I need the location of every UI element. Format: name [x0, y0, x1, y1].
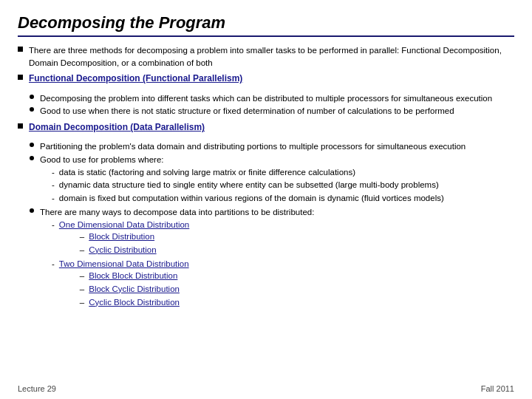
cyclic-dist: Cyclic Distribution: [89, 244, 156, 256]
functional-sub-2: Good to use when there is not static str…: [40, 105, 514, 117]
bullet-1: There are three methods for decomposing …: [18, 44, 514, 69]
dash-bc: –: [80, 283, 84, 296]
domain-sub: Partitioning the problem's data domain a…: [18, 140, 514, 310]
bullet-square-1: [18, 47, 23, 52]
dot-f2: [30, 107, 34, 112]
dash-2d: -: [52, 258, 55, 270]
one-dim-group: - One Dimensional Data Distribution – Bl…: [40, 219, 514, 310]
dash-1: -: [52, 166, 55, 179]
good-1: data is static (factoring and solving la…: [59, 166, 514, 179]
functional-sub: Decomposing the problem into different t…: [18, 92, 514, 117]
dash-bb: –: [80, 270, 84, 282]
bullet-square-2: [18, 75, 23, 80]
domain-sub-3-text: There are many ways to decompose data in…: [40, 206, 514, 219]
dash-1d: -: [52, 219, 55, 231]
one-dim-items: – Block Distribution – Cyclic Distributi…: [59, 231, 514, 256]
cyclic-block-dist: Cyclic Block Distribution: [89, 296, 180, 309]
bullet-1-text: There are three methods for decomposing …: [29, 44, 514, 69]
title-bar: Decomposing the Program: [18, 13, 514, 37]
functional-heading: Functional Decomposition (Functional Par…: [29, 72, 242, 85]
dash-2: -: [52, 179, 55, 191]
block-block-dist: Block Block Distribution: [89, 270, 177, 282]
dash-cd: –: [80, 244, 84, 256]
one-dim-label: One Dimensional Data Distribution: [59, 220, 189, 229]
good-3: domain is fixed but computation within v…: [59, 192, 514, 205]
slide: Decomposing the Program There are three …: [0, 0, 532, 399]
functional-sub-1: Decomposing the problem into different t…: [40, 92, 514, 105]
dot-d3: [30, 208, 34, 213]
footer-left: Lecture 29: [18, 384, 56, 393]
dash-3: -: [52, 192, 55, 205]
dash-cb: –: [80, 296, 84, 309]
bullet-2: Functional Decomposition (Functional Par…: [18, 72, 514, 117]
two-dim-label: Two Dimensional Data Distribution: [59, 259, 189, 268]
dot-d1: [30, 143, 34, 147]
footer: Lecture 29 Fall 2011: [18, 384, 514, 393]
two-dim-items: – Block Block Distribution – Block Cycli…: [59, 270, 514, 308]
domain-sub-2-text: Good to use for problems where:: [40, 154, 514, 166]
block-cyclic-dist: Block Cyclic Distribution: [89, 283, 180, 296]
good-to-use-list: - data is static (factoring and solving …: [40, 166, 514, 205]
block-dist: Block Distribution: [89, 231, 154, 243]
dot-d2: [30, 156, 34, 160]
good-2: dynamic data structure tied to single en…: [59, 179, 514, 191]
footer-right: Fall 2011: [481, 384, 514, 393]
domain-sub-1: Partitioning the problem's data domain a…: [40, 140, 514, 153]
bullet-3: Domain Decomposition (Data Parallelism) …: [18, 121, 514, 310]
slide-title: Decomposing the Program: [18, 13, 514, 33]
dot-f1: [30, 95, 34, 99]
dash-bd: –: [80, 231, 84, 243]
domain-heading: Domain Decomposition (Data Parallelism): [29, 121, 205, 134]
slide-content: There are three methods for decomposing …: [18, 44, 514, 310]
bullet-square-3: [18, 123, 23, 129]
